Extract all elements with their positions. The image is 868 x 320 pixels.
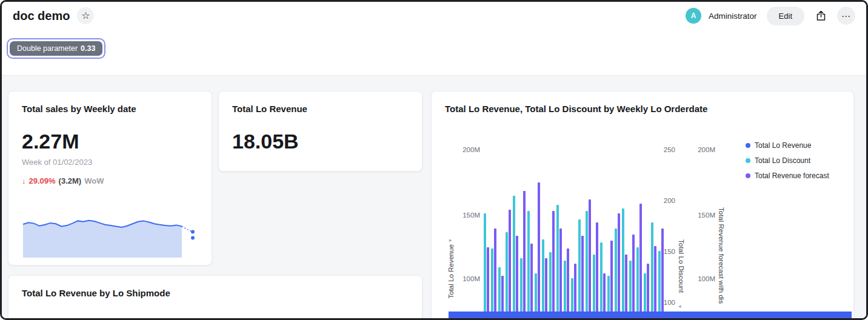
legend-dot-purple xyxy=(746,173,750,178)
sales-kpi-title: Total sales by Weekly date xyxy=(8,92,212,114)
bar xyxy=(520,258,522,320)
bar xyxy=(516,236,518,320)
share-button[interactable] xyxy=(812,7,830,25)
bar xyxy=(578,219,581,320)
delta-comparison: WoW xyxy=(84,176,104,185)
legend-dot-cyan xyxy=(746,158,750,163)
legend-item-forecast[interactable]: Total Revenue forecast xyxy=(746,172,829,180)
bar xyxy=(523,191,526,320)
bar xyxy=(622,208,624,320)
forecast-axis-title: Total Revenue forecast with dis xyxy=(718,207,725,312)
shipmode-chart-title: Total Lo Revenue by Lo Shipmode xyxy=(8,276,422,298)
forecast-axis-tick: 100M xyxy=(693,275,715,282)
bar xyxy=(661,228,664,320)
parameter-label: Double parameter xyxy=(17,44,78,53)
combo-chart-card: Total Lo Revenue, Total Lo Discount by W… xyxy=(431,91,854,320)
sales-kpi-period: Week of 01/02/2023 xyxy=(8,153,212,167)
axis-scroll-icon[interactable]: ◂ xyxy=(678,303,681,309)
ellipsis-icon: ⋯ xyxy=(841,12,851,21)
bar xyxy=(618,213,620,320)
bar xyxy=(542,239,544,320)
discount-axis-tick: 100 xyxy=(657,299,675,306)
bar xyxy=(491,248,493,320)
delta-percent: 29.09% xyxy=(29,176,56,185)
star-icon: ☆ xyxy=(81,11,90,21)
bar xyxy=(549,252,552,320)
chart-legend: Total Lo Revenue Total Lo Discount Total… xyxy=(746,141,829,180)
sparkline-chart xyxy=(21,207,201,260)
avatar[interactable]: A xyxy=(686,8,701,24)
legend-item-revenue[interactable]: Total Lo Revenue xyxy=(746,141,829,150)
bar xyxy=(658,251,661,320)
bar xyxy=(556,205,559,320)
page-title: doc demo xyxy=(13,9,70,23)
bar xyxy=(610,241,613,320)
edit-button[interactable]: Edit xyxy=(767,7,804,25)
bar xyxy=(545,258,547,320)
bar xyxy=(625,255,627,320)
bar xyxy=(615,228,617,320)
combo-chart[interactable]: 200M 150M 100M ▸ Total Lo Revenue 250 20… xyxy=(432,92,853,320)
more-button[interactable]: ⋯ xyxy=(837,7,855,25)
dashboard-window: doc demo ☆ A Administrator Edit ⋯ Double… xyxy=(0,0,868,320)
favorite-button[interactable]: ☆ xyxy=(77,7,94,24)
bar xyxy=(509,210,511,320)
bar xyxy=(632,235,635,320)
axis-scroll-icon[interactable]: ▸ xyxy=(449,237,452,243)
bar xyxy=(506,232,508,320)
legend-label: Total Lo Revenue xyxy=(755,141,811,150)
left-axis-tick: 100M xyxy=(458,275,480,282)
forecast-axis-tick: 200M xyxy=(693,146,715,153)
share-icon xyxy=(816,10,826,21)
header-actions: A Administrator Edit ⋯ xyxy=(686,7,855,25)
bar xyxy=(581,236,584,320)
discount-axis-tick: 250 xyxy=(657,146,675,153)
user-name: Administrator xyxy=(709,12,757,21)
parameter-control[interactable]: Double parameter 0.33 xyxy=(7,38,105,59)
bar xyxy=(651,222,653,320)
sales-kpi-card[interactable]: Total sales by Weekly date 2.27M Week of… xyxy=(8,91,212,265)
revenue-kpi-card[interactable]: Total Lo Revenue 18.05B xyxy=(218,91,422,172)
bar xyxy=(487,247,489,320)
legend-item-discount[interactable]: Total Lo Discount xyxy=(746,156,829,165)
discount-axis-tick: 200 xyxy=(657,197,675,204)
bar xyxy=(559,228,562,320)
bar xyxy=(527,211,530,320)
bar xyxy=(593,255,595,320)
left-axis-tick: 200M xyxy=(458,146,480,153)
shipmode-chart-card[interactable]: Total Lo Revenue by Lo Shipmode xyxy=(8,275,422,320)
bar xyxy=(513,196,515,320)
legend-label: Total Revenue forecast xyxy=(755,172,829,180)
bar xyxy=(600,242,603,320)
bar xyxy=(484,213,486,320)
legend-label: Total Lo Discount xyxy=(755,156,810,165)
parameter-value: 0.33 xyxy=(81,44,95,53)
revenue-kpi-value: 18.05B xyxy=(219,114,422,153)
bar xyxy=(538,182,540,320)
parameter-pill: Double parameter 0.33 xyxy=(10,41,102,56)
delta-absolute: (3.2M) xyxy=(59,176,82,185)
sales-kpi-delta: ↓ 29.09% (3.2M) WoW xyxy=(8,167,212,185)
bar xyxy=(567,248,569,320)
bar xyxy=(589,199,591,320)
sales-sparkline[interactable] xyxy=(21,207,201,260)
sales-kpi-value: 2.27M xyxy=(8,114,212,153)
bar xyxy=(654,246,656,320)
forecast-axis-tick: 150M xyxy=(693,212,715,219)
bar xyxy=(530,244,533,320)
discount-axis-tick: 150 xyxy=(657,248,675,255)
bar xyxy=(586,211,588,320)
left-axis-tick: 150M xyxy=(458,212,480,219)
bar xyxy=(639,204,642,320)
bar xyxy=(636,247,639,320)
revenue-series-area xyxy=(449,312,852,320)
revenue-kpi-title: Total Lo Revenue xyxy=(219,92,422,114)
bar xyxy=(494,228,496,320)
bar xyxy=(596,222,598,320)
legend-dot-blue xyxy=(746,143,750,148)
left-axis-title: Total Lo Revenue xyxy=(447,244,455,299)
delta-down-arrow: ↓ xyxy=(22,176,26,185)
dashboard-canvas: Total sales by Weekly date 2.27M Week of… xyxy=(2,75,866,318)
bar xyxy=(552,211,555,320)
discount-axis-title: Total Lo Discount xyxy=(678,239,685,293)
